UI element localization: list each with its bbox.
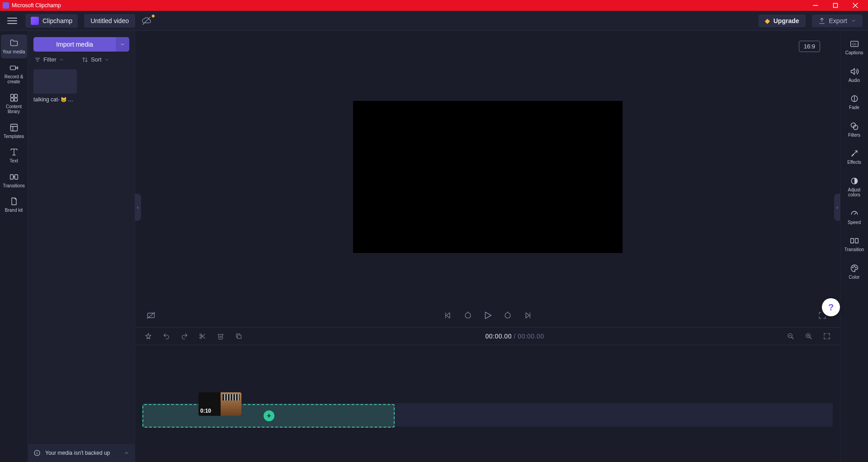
upgrade-button[interactable]: ◆ Upgrade [759, 14, 806, 27]
svg-rect-40 [237, 335, 241, 338]
clipchamp-logo-icon [31, 17, 39, 25]
svg-rect-7 [10, 94, 14, 97]
clip-stripes-icon [222, 394, 240, 400]
step-forward-button[interactable] [502, 310, 514, 321]
app-header: Clipchamp Untitled video ◆ ◆ Upgrade Exp… [0, 11, 868, 31]
cloud-sync-off-icon[interactable]: ◆ [142, 16, 151, 26]
svg-marker-33 [526, 313, 529, 318]
time-current: 00:00.00 [485, 333, 512, 340]
sidebar-item-content-library[interactable]: Content library [1, 89, 27, 118]
rightnav-label: Filters [848, 133, 860, 138]
rightnav-item-speed[interactable]: Speed [842, 204, 867, 230]
svg-point-61 [852, 267, 853, 268]
sidebar-label: Content library [2, 104, 26, 114]
menu-button[interactable] [5, 14, 19, 28]
transitions-icon [9, 172, 19, 182]
sidebar-item-transitions[interactable]: Transitions [1, 168, 27, 192]
safe-zone-toggle-button[interactable] [145, 310, 157, 321]
rightnav-label: Color [849, 275, 860, 280]
library-icon [9, 93, 19, 103]
add-clip-button[interactable]: + [264, 410, 274, 421]
captions-icon: CC [850, 39, 859, 49]
sidebar-label: Brand kit [5, 208, 23, 213]
backup-warning-bar[interactable]: Your media isn't backed up [28, 444, 135, 462]
sidebar-item-templates[interactable]: Templates [1, 119, 27, 143]
zoom-out-button[interactable] [786, 331, 796, 341]
project-name-label: Untitled video [90, 17, 129, 24]
export-button[interactable]: Export [812, 14, 863, 27]
rightnav-item-effects[interactable]: Effects [842, 144, 867, 170]
sidebar-item-your-media[interactable]: Your media [1, 34, 27, 58]
svg-rect-17 [14, 175, 18, 179]
seek-start-button[interactable] [442, 310, 454, 321]
svg-rect-5 [10, 66, 15, 69]
filter-button[interactable]: Filter [34, 56, 64, 63]
play-button[interactable] [482, 310, 494, 321]
rightnav-item-filters[interactable]: Filters [842, 117, 867, 143]
svg-marker-6 [15, 67, 18, 69]
auto-compose-button[interactable] [143, 331, 153, 341]
rightnav-label: Speed [848, 220, 861, 225]
window-titlebar: Microsoft Clipchamp [0, 0, 868, 11]
svg-rect-1 [834, 4, 838, 8]
svg-rect-10 [14, 98, 17, 101]
brand-chip[interactable]: Clipchamp [25, 14, 78, 28]
chevron-down-icon [104, 57, 109, 62]
sort-button[interactable]: Sort [82, 56, 109, 63]
sidebar-item-record-create[interactable]: Record & create [1, 59, 27, 88]
rightnav-item-fade[interactable]: Fade [842, 89, 867, 115]
transition-icon [850, 236, 859, 246]
right-sidebar: CC Captions Audio Fade Filters Effects A… [840, 31, 868, 462]
svg-point-28 [465, 313, 471, 318]
rightnav-item-color[interactable]: Color [842, 259, 867, 285]
timeline[interactable]: 0:10 + [135, 345, 840, 462]
svg-text:CC: CC [852, 43, 857, 46]
zoom-in-button[interactable] [804, 331, 814, 341]
rightnav-item-audio[interactable]: Audio [842, 62, 867, 88]
sidebar-item-text[interactable]: Text [1, 143, 27, 167]
rightnav-item-transition[interactable]: Transition [842, 231, 867, 257]
speed-icon [850, 209, 859, 219]
zoom-fit-button[interactable] [822, 331, 832, 341]
delete-button[interactable] [216, 331, 226, 341]
clip-duration-label: 0:10 [198, 408, 213, 416]
filter-label: Filter [43, 56, 57, 63]
audio-icon [850, 67, 859, 76]
rightnav-item-captions[interactable]: CC Captions [842, 34, 867, 60]
rightnav-label: Fade [849, 105, 859, 110]
svg-point-31 [505, 313, 510, 318]
window-close-button[interactable] [845, 0, 865, 11]
svg-marker-35 [146, 333, 151, 339]
undo-button[interactable] [161, 331, 171, 341]
brand-name: Clipchamp [42, 17, 72, 24]
media-panel: Import media Filter Sort talking cat-😸… [28, 31, 135, 462]
svg-rect-16 [10, 175, 13, 179]
redo-button[interactable] [179, 331, 189, 341]
help-button[interactable]: ? [822, 298, 840, 316]
palette-icon [850, 263, 859, 273]
upload-icon [818, 17, 826, 24]
media-item-thumbnail[interactable] [33, 69, 77, 94]
seek-end-button[interactable] [522, 310, 533, 321]
window-minimize-button[interactable] [806, 0, 826, 11]
export-label: Export [829, 17, 847, 24]
import-media-button[interactable]: Import media [33, 37, 116, 52]
project-name-field[interactable]: Untitled video [84, 14, 135, 28]
chevron-down-icon [851, 18, 856, 24]
aspect-ratio-label: 16:9 [804, 43, 815, 50]
stage: ‹ › 16:9 00:00.00 [135, 31, 840, 462]
sidebar-item-brand-kit[interactable]: Brand kit [1, 193, 27, 217]
video-preview[interactable] [353, 101, 623, 253]
import-media-dropdown-button[interactable] [116, 37, 129, 52]
rightnav-item-adjust-colors[interactable]: Adjust colors [842, 171, 867, 202]
duplicate-button[interactable] [234, 331, 244, 341]
window-maximize-button[interactable] [826, 0, 845, 11]
sort-icon [82, 57, 88, 63]
app-icon [3, 2, 9, 9]
timeline-toolbar: 00:00.00 / 00:00.00 [135, 327, 840, 345]
aspect-ratio-button[interactable]: 16:9 [799, 41, 820, 52]
step-back-button[interactable] [462, 310, 474, 321]
split-button[interactable] [198, 331, 208, 341]
dragging-clip[interactable]: 0:10 [198, 392, 241, 416]
filters-icon [850, 121, 859, 131]
